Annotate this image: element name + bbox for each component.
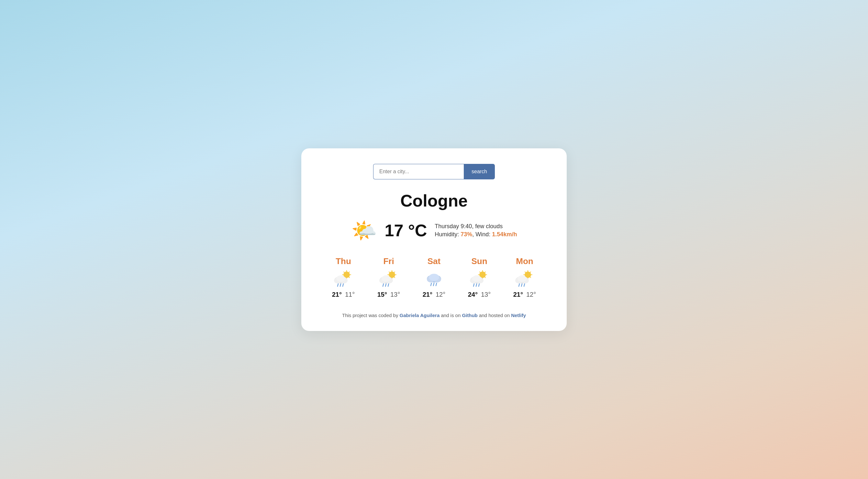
forecast-day-label: Fri (383, 256, 394, 266)
forecast-icon (514, 270, 536, 288)
svg-line-62 (530, 272, 531, 273)
forecast-day: Thu (332, 256, 355, 298)
humidity-label: Humidity: (435, 231, 459, 238)
footer: This project was coded by Gabriela Aguil… (321, 313, 547, 318)
forecast-day-label: Mon (516, 256, 533, 266)
footer-text-after: and hosted on (478, 313, 511, 318)
svg-line-61 (530, 277, 531, 278)
forecast-high: 15° (377, 291, 387, 298)
forecast-icon (332, 270, 354, 288)
svg-line-5 (344, 272, 345, 273)
svg-line-15 (343, 284, 343, 286)
forecast-high: 21° (332, 291, 342, 298)
svg-line-23 (394, 272, 395, 273)
svg-line-30 (385, 284, 386, 286)
search-button[interactable]: search (464, 164, 495, 179)
forecast-day-label: Thu (336, 256, 351, 266)
svg-point-12 (336, 275, 345, 282)
svg-line-44 (479, 272, 480, 273)
forecast-temps: 21° 12° (423, 291, 446, 298)
svg-point-67 (518, 275, 527, 282)
wind-value: 1.54km/h (492, 231, 517, 238)
forecast-icon (378, 270, 400, 288)
svg-line-69 (521, 284, 522, 286)
svg-line-6 (348, 277, 349, 278)
svg-line-60 (525, 272, 526, 273)
forecast-day: Sat 21° 12° (423, 256, 446, 298)
weather-card: search Cologne 🌤️ 17 °C Thursday 9:40, f… (301, 148, 567, 331)
city-search-input[interactable] (373, 164, 464, 179)
svg-point-35 (429, 274, 439, 281)
svg-line-45 (485, 277, 486, 278)
current-weather-section: 🌤️ 17 °C Thursday 9:40, few clouds Humid… (321, 220, 547, 241)
humidity-value: 73% (461, 231, 472, 238)
forecast-low: 12° (526, 291, 536, 298)
svg-line-54 (479, 284, 479, 286)
forecast-low: 12° (436, 291, 445, 298)
forecast-low: 13° (481, 291, 491, 298)
weather-details: Thursday 9:40, few clouds Humidity: 73%,… (435, 223, 517, 238)
svg-point-28 (381, 275, 391, 282)
search-row: search (321, 164, 547, 179)
forecast-temps: 24° 13° (468, 291, 491, 298)
svg-line-7 (348, 272, 349, 273)
forecast-high: 24° (468, 291, 478, 298)
svg-line-46 (485, 272, 486, 273)
svg-line-53 (476, 284, 477, 286)
svg-line-29 (383, 284, 383, 286)
svg-point-51 (472, 275, 481, 282)
footer-text-before: This project was coded by (342, 313, 400, 318)
forecast-low: 11° (345, 291, 355, 298)
footer-author-link[interactable]: Gabriela Aguilera (400, 313, 440, 318)
forecast-day-label: Sun (471, 256, 487, 266)
svg-line-37 (433, 283, 434, 286)
svg-line-31 (388, 284, 389, 286)
forecast-icon (424, 270, 444, 288)
forecast-day: Mon (513, 256, 536, 298)
footer-github-link[interactable]: Github (462, 313, 477, 318)
svg-line-22 (394, 277, 395, 278)
city-title: Cologne (321, 191, 547, 210)
forecast-low: 13° (390, 291, 400, 298)
svg-line-13 (338, 284, 338, 286)
forecast-day: Fri (377, 256, 400, 298)
forecast-temps: 21° 11° (332, 291, 355, 298)
forecast-row: Thu (321, 256, 547, 298)
weather-description: Thursday 9:40, few clouds (435, 223, 517, 230)
svg-line-36 (431, 283, 431, 286)
svg-line-21 (389, 272, 390, 273)
svg-line-68 (519, 284, 520, 286)
footer-text-middle: and is on (439, 313, 462, 318)
weather-stats: Humidity: 73%, Wind: 1.54km/h (435, 231, 517, 238)
forecast-day-label: Sat (428, 256, 440, 266)
forecast-high: 21° (423, 291, 432, 298)
current-temperature: 17 °C (385, 221, 427, 240)
forecast-day: Sun (468, 256, 491, 298)
footer-netlify-link[interactable]: Netlify (511, 313, 526, 318)
svg-line-52 (473, 284, 474, 286)
current-weather-icon: 🌤️ (351, 220, 377, 241)
forecast-high: 21° (513, 291, 523, 298)
forecast-icon (468, 270, 490, 288)
forecast-temps: 15° 13° (377, 291, 400, 298)
wind-label: Wind: (475, 231, 490, 238)
svg-line-14 (340, 284, 341, 286)
svg-line-38 (436, 283, 437, 286)
forecast-temps: 21° 12° (513, 291, 536, 298)
svg-line-70 (524, 284, 525, 286)
